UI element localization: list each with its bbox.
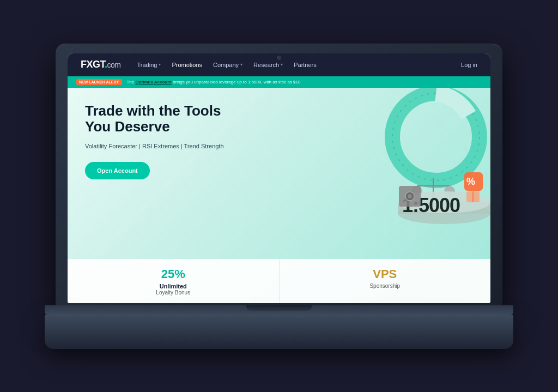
nav-item-research[interactable]: Research ▾ bbox=[253, 62, 283, 68]
nav-links: Trading ▾ Promotions Company ▾ Research bbox=[137, 62, 477, 68]
card-loyalty-bonus: 25% Unlimited Loyalty Bonus bbox=[68, 259, 279, 303]
card-label-unlimited: Unlimited bbox=[78, 283, 268, 290]
hero-content: Trade with the Tools You Deserve Volatil… bbox=[68, 88, 490, 259]
nav-item-promotions[interactable]: Promotions bbox=[172, 62, 202, 68]
hero-cards: 25% Unlimited Loyalty Bonus VPS Sponsors… bbox=[68, 259, 490, 303]
logo-com: com bbox=[107, 61, 121, 69]
laptop-hinge bbox=[246, 305, 312, 311]
hero-section: Trade with the Tools You Deserve Volatil… bbox=[68, 88, 490, 303]
alert-badge: NEW LAUNCH ALERT: bbox=[76, 79, 122, 85]
nav-item-trading[interactable]: Trading ▾ bbox=[137, 62, 161, 68]
chevron-down-icon: ▾ bbox=[240, 62, 242, 67]
alert-link[interactable]: Optimus Account bbox=[135, 80, 171, 85]
hero-subtitle: Volatility Forecaster | RSI Extremes | T… bbox=[85, 142, 227, 151]
laptop-base-top bbox=[45, 305, 513, 315]
card-label-sponsorship: Sponsorship bbox=[290, 283, 480, 289]
open-account-button[interactable]: Open Account bbox=[85, 162, 150, 179]
laptop-keyboard-area bbox=[45, 315, 513, 349]
screen-bezel: FXGT.com Trading ▾ Promotions Company bbox=[68, 53, 490, 303]
alert-text: The Optimus Account brings you unparalle… bbox=[126, 80, 300, 85]
card-value-vps: VPS bbox=[290, 267, 480, 281]
login-button[interactable]: Log in bbox=[461, 62, 477, 68]
laptop-container: FXGT.com Trading ▾ Promotions Company bbox=[56, 44, 502, 349]
screen-content: FXGT.com Trading ▾ Promotions Company bbox=[68, 53, 490, 303]
logo-fxgt: FXGT bbox=[81, 59, 105, 70]
laptop-base bbox=[45, 305, 513, 349]
camera-notch bbox=[277, 56, 281, 60]
alert-bar: NEW LAUNCH ALERT: The Optimus Account br… bbox=[68, 76, 490, 88]
logo[interactable]: FXGT.com bbox=[81, 59, 120, 70]
card-vps: VPS Sponsorship bbox=[279, 259, 491, 303]
chevron-down-icon: ▾ bbox=[281, 62, 283, 67]
hero-title: Trade with the Tools You Deserve bbox=[85, 103, 248, 136]
logo-text: FXGT.com bbox=[81, 59, 120, 70]
card-label-loyalty: Loyalty Bonus bbox=[78, 290, 268, 295]
laptop-lid: FXGT.com Trading ▾ Promotions Company bbox=[56, 44, 502, 311]
card-value-percent: 25% bbox=[78, 267, 268, 281]
nav-item-company[interactable]: Company ▾ bbox=[213, 62, 242, 68]
nav-item-partners[interactable]: Partners bbox=[294, 62, 317, 68]
chevron-down-icon: ▾ bbox=[159, 62, 161, 67]
